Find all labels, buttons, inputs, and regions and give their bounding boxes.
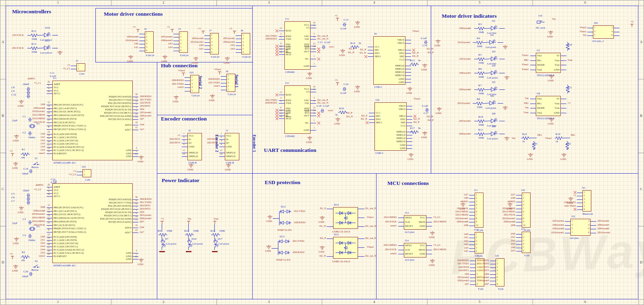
net-label: 2D7 bbox=[457, 283, 489, 286]
net-label: 1D9/pwm0 bbox=[436, 220, 468, 223]
pin-name: GND bbox=[53, 152, 132, 155]
pin-number: 1 bbox=[594, 26, 595, 29]
gnd-symbol bbox=[430, 231, 435, 235]
pin-number: 31 bbox=[134, 199, 139, 201]
wire bbox=[499, 28, 505, 29]
pin-name: UD- bbox=[286, 102, 309, 105]
power-gnd-bar bbox=[212, 251, 218, 253]
net-label: 1D4 bbox=[140, 108, 144, 111]
pin-number: 3 bbox=[523, 239, 524, 242]
net-label: D2_P bbox=[414, 121, 420, 124]
pin-number: 32 bbox=[134, 202, 139, 205]
pin-number: 24 bbox=[46, 237, 51, 239]
pin-name: MOSI bbox=[405, 221, 425, 224]
power-symbol bbox=[160, 221, 164, 224]
pin-name: GND bbox=[189, 145, 194, 148]
wire bbox=[591, 233, 596, 233]
gnd-symbol bbox=[188, 164, 194, 168]
designator: J17 bbox=[521, 228, 525, 231]
led-symbol bbox=[489, 118, 499, 124]
section-title-mcu: MCU connections bbox=[387, 181, 429, 186]
wire bbox=[490, 271, 496, 271]
connector-type-label: Bluetooth bbox=[579, 213, 596, 216]
wire bbox=[587, 35, 593, 36]
pin-name: SHIELD bbox=[374, 74, 404, 77]
pin-number: 12 bbox=[46, 101, 51, 104]
power-symbol bbox=[201, 31, 205, 34]
value-label: 1k bbox=[556, 140, 558, 143]
value-label: 1k bbox=[522, 140, 525, 143]
wire bbox=[368, 56, 373, 57]
net-label: 2D10/pwm1 bbox=[483, 217, 515, 220]
net-label: 1D10/pwm1 bbox=[540, 231, 564, 234]
wire bbox=[221, 90, 226, 90]
pin-number: 7 bbox=[523, 214, 524, 216]
pin-number: 1 bbox=[84, 170, 85, 172]
net-label: D1_P bbox=[311, 207, 326, 210]
wire bbox=[219, 156, 225, 157]
ruler-column-label: 3 bbox=[268, 1, 270, 4]
pin-number: 10 bbox=[278, 109, 284, 112]
connector-type-label: 8 pin bbox=[492, 288, 509, 290]
designator: C17 bbox=[424, 112, 428, 115]
net-label: 2D11/MOSI bbox=[12, 216, 45, 219]
frame-line bbox=[431, 6, 431, 174]
wire bbox=[591, 225, 596, 226]
part-label: 2x3 pins bbox=[405, 259, 414, 261]
net-label: D1_out_N bbox=[317, 37, 328, 40]
pin-number: 7 bbox=[311, 55, 317, 58]
connector-type-label: 6 pin bbox=[471, 255, 488, 257]
value-label: 1k bbox=[533, 147, 535, 150]
wire bbox=[516, 195, 522, 195]
value-label: 330R bbox=[193, 230, 199, 232]
gnd-symbol bbox=[422, 131, 428, 135]
net-label: D1_P bbox=[412, 55, 418, 58]
net-label: 1D10/pwm1 bbox=[106, 39, 138, 42]
wire bbox=[577, 206, 582, 207]
wire bbox=[469, 198, 475, 199]
net-label: 2A7 bbox=[483, 193, 515, 196]
pin-name: GND bbox=[53, 258, 132, 261]
gnd-label: GND bbox=[421, 136, 427, 139]
net-label: Vbus2 bbox=[414, 98, 420, 100]
wire bbox=[486, 134, 489, 134]
gnd-symbol bbox=[504, 76, 510, 80]
pin-name: PD6 (PCINT22/OC0A/AIN0) bbox=[53, 115, 132, 118]
wire bbox=[311, 92, 316, 92]
pin-number: 10 bbox=[134, 215, 139, 218]
pin-number: 10 bbox=[476, 224, 478, 226]
power-symbol bbox=[630, 24, 634, 27]
net-label: reset1 bbox=[329, 46, 334, 48]
nc-cross-icon bbox=[317, 58, 320, 60]
wire bbox=[516, 219, 522, 219]
capacitor-symbol bbox=[28, 234, 32, 238]
net-label: 2A1 bbox=[483, 236, 515, 239]
pin-number: 2 bbox=[523, 197, 524, 199]
pin-name: PC2 (ADC2/PCINT10) bbox=[53, 139, 78, 142]
frame-line bbox=[111, 299, 111, 305]
net-label: 1D5/pwm2 bbox=[140, 111, 151, 114]
pin-number: 8 bbox=[46, 126, 51, 128]
wire bbox=[469, 251, 475, 252]
gnd-symbol bbox=[138, 156, 144, 160]
nc-cross-icon bbox=[317, 50, 320, 53]
wire bbox=[426, 218, 432, 218]
pin-number: 6 bbox=[146, 49, 147, 52]
led-symbol bbox=[487, 39, 498, 45]
pin-name: VBUS bbox=[374, 39, 404, 41]
value-label: 0.1uF bbox=[422, 105, 428, 108]
value-label: 5k bbox=[358, 42, 361, 45]
pin-number: 6 bbox=[46, 187, 51, 189]
pin-name: GND bbox=[53, 155, 132, 158]
pin-name: SHIELD bbox=[376, 134, 405, 137]
net-label: D2_P bbox=[311, 237, 326, 240]
gnd-symbol bbox=[355, 85, 360, 89]
pin-number: 6 bbox=[609, 34, 613, 36]
capacitor-symbol bbox=[321, 109, 324, 113]
wire bbox=[204, 52, 210, 53]
pin-number: 26 bbox=[46, 140, 51, 143]
wire bbox=[516, 209, 522, 209]
pin-number: 5 bbox=[584, 205, 585, 207]
net-label: +5 bbox=[147, 134, 180, 137]
frame-line bbox=[638, 6, 644, 6]
